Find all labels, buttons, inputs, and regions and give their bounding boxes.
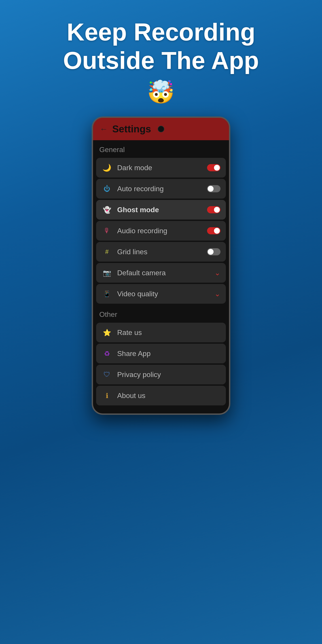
- ghost-icon: 👻: [102, 204, 112, 215]
- dark-mode-toggle[interactable]: [207, 164, 220, 171]
- grid-lines-label: Grid lines: [117, 248, 207, 256]
- auto-recording-label: Auto recording: [117, 185, 207, 193]
- video-quality-chevron: ⌄: [214, 290, 220, 298]
- hero-title-line2: Outside The App: [63, 46, 259, 74]
- back-button[interactable]: ←: [100, 124, 108, 134]
- setting-grid-lines[interactable]: # Grid lines: [96, 242, 226, 262]
- section-label-other: Other: [93, 305, 229, 321]
- moon-icon: 🌙: [102, 162, 112, 173]
- shield-icon: 🛡: [102, 369, 112, 380]
- ghost-mode-toggle[interactable]: [207, 206, 220, 213]
- setting-rate-us[interactable]: ⭐ Rate us: [96, 323, 226, 342]
- ghost-mode-label: Ghost mode: [117, 206, 207, 214]
- default-camera-label: Default camera: [117, 269, 214, 277]
- dark-mode-label: Dark mode: [117, 164, 207, 172]
- video-quality-label: Video quality: [117, 290, 214, 298]
- setting-audio-recording[interactable]: 🎙 Audio recording: [96, 221, 226, 240]
- auto-recording-toggle[interactable]: [207, 185, 220, 192]
- setting-ghost-mode[interactable]: 👻 Ghost mode: [96, 200, 226, 220]
- setting-dark-mode[interactable]: 🌙 Dark mode: [96, 158, 226, 178]
- hero-title: Keep Recording Outside The App: [63, 18, 259, 74]
- audio-recording-toggle[interactable]: [207, 227, 220, 234]
- setting-share-app[interactable]: ♻ Share App: [96, 344, 226, 363]
- hero-section: Keep Recording Outside The App 🤯: [63, 18, 259, 105]
- power-icon: ⏻: [102, 183, 112, 194]
- setting-auto-recording[interactable]: ⏻ Auto recording: [96, 179, 226, 198]
- info-icon: ℹ: [102, 390, 112, 401]
- camera-icon: 📷: [102, 268, 112, 278]
- phone-device: ← Settings General 🌙 Dark mode ⏻ Auto re…: [92, 116, 230, 415]
- section-label-general: General: [93, 140, 229, 156]
- setting-video-quality[interactable]: 📱 Video quality ⌄: [96, 284, 226, 304]
- mic-icon: 🎙: [102, 226, 112, 236]
- rate-us-label: Rate us: [117, 328, 220, 337]
- grid-icon: #: [102, 246, 112, 257]
- audio-recording-label: Audio recording: [117, 227, 207, 235]
- grid-lines-toggle[interactable]: [207, 248, 220, 255]
- camera-notch: [158, 126, 164, 132]
- settings-body: General 🌙 Dark mode ⏻ Auto recording 👻 G…: [93, 140, 229, 414]
- default-camera-chevron: ⌄: [214, 268, 220, 277]
- privacy-policy-label: Privacy policy: [117, 370, 220, 379]
- hero-emoji: 🤯: [63, 79, 259, 105]
- phone-header: ← Settings: [93, 118, 229, 140]
- setting-privacy-policy[interactable]: 🛡 Privacy policy: [96, 365, 226, 384]
- setting-about-us[interactable]: ℹ About us: [96, 386, 226, 406]
- star-icon: ⭐: [102, 327, 112, 338]
- share-icon: ♻: [102, 348, 112, 359]
- setting-default-camera[interactable]: 📷 Default camera ⌄: [96, 263, 226, 283]
- page-title: Settings: [112, 124, 151, 134]
- share-app-label: Share App: [117, 350, 220, 358]
- video-icon: 📱: [102, 288, 112, 299]
- about-us-label: About us: [117, 392, 220, 400]
- hero-title-line1: Keep Recording: [67, 18, 255, 46]
